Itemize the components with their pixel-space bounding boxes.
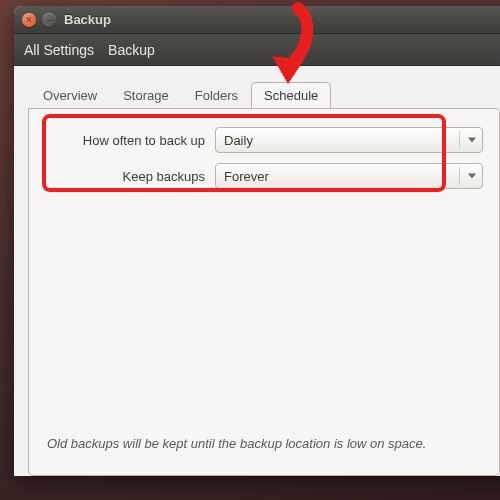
tab-storage[interactable]: Storage (110, 82, 182, 109)
frequency-combo[interactable]: Daily (215, 127, 483, 153)
frequency-label: How often to back up (45, 133, 205, 148)
window-title: Backup (64, 12, 111, 27)
keep-combo[interactable]: Forever (215, 163, 483, 189)
tab-bar: Overview Storage Folders Schedule (28, 80, 500, 108)
titlebar: ✕ – Backup (14, 6, 500, 34)
window-controls: ✕ – (22, 13, 56, 27)
breadcrumb-all-settings[interactable]: All Settings (24, 42, 94, 58)
chevron-down-icon (468, 138, 476, 143)
minimize-button[interactable]: – (42, 13, 56, 27)
combo-separator (459, 167, 460, 185)
row-frequency: How often to back up Daily (45, 127, 483, 153)
close-button[interactable]: ✕ (22, 13, 36, 27)
tab-folders[interactable]: Folders (182, 82, 251, 109)
breadcrumb-backup[interactable]: Backup (108, 42, 155, 58)
breadcrumb-toolbar: All Settings Backup (14, 34, 500, 66)
keep-label: Keep backups (45, 169, 205, 184)
row-keep: Keep backups Forever (45, 163, 483, 189)
schedule-form: How often to back up Daily Keep backups … (45, 127, 483, 189)
footer-note: Old backups will be kept until the backu… (45, 426, 483, 465)
combo-separator (459, 131, 460, 149)
schedule-panel: How often to back up Daily Keep backups … (28, 108, 500, 476)
backup-settings-window: ✕ – Backup All Settings Backup Overview … (14, 6, 500, 476)
tab-overview[interactable]: Overview (30, 82, 110, 109)
tab-schedule[interactable]: Schedule (251, 82, 331, 109)
frequency-value: Daily (224, 133, 253, 148)
close-icon: ✕ (25, 15, 33, 25)
content-area: Overview Storage Folders Schedule How of… (14, 66, 500, 476)
keep-value: Forever (224, 169, 269, 184)
chevron-down-icon (468, 174, 476, 179)
minimize-icon: – (46, 15, 51, 25)
